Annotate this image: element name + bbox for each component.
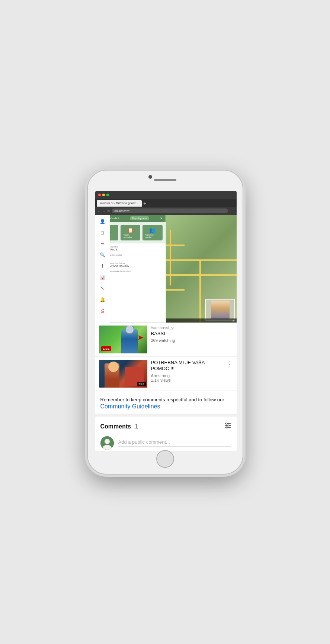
reload-btn[interactable]: ↻ xyxy=(107,209,110,213)
video-head xyxy=(108,362,119,372)
katastar-persons[interactable]: 👥 Upisane osobe xyxy=(142,225,163,240)
katastar-action-btn[interactable]: Kupi isprava xyxy=(130,216,149,220)
katastar-usage-label: Način uporabe xyxy=(124,234,137,238)
new-tab-btn[interactable]: + xyxy=(143,200,146,206)
live-badge: LIVE xyxy=(101,346,112,351)
video-more-btn[interactable]: ⋮ xyxy=(225,360,233,368)
svg-point-4 xyxy=(228,425,230,426)
video-info-2: POTREBNA MI JE VAŠA POMOĆ !!! Armstrong … xyxy=(151,360,222,383)
video-title-2: POTREBNA MI JE VAŠA POMOĆ !!! xyxy=(151,360,222,372)
video-views-2: 1.1K views xyxy=(151,378,222,382)
video-item-live: ➤ LIVE /sac.bassi_yt BASSI 269 watching xyxy=(95,323,237,357)
sidebar-layers-icon[interactable]: ☰ xyxy=(99,240,106,247)
browser-tab-label: katastar.hr - Državna geode... xyxy=(100,201,139,205)
minimize-dot[interactable] xyxy=(102,194,105,196)
sidebar-layer-icon[interactable]: ◻ xyxy=(99,229,106,236)
fullscreen-dot[interactable] xyxy=(106,194,109,196)
phone-speaker xyxy=(154,179,176,181)
current-user-avatar xyxy=(100,436,114,450)
close-dot[interactable] xyxy=(98,194,101,196)
comments-label: Comments xyxy=(100,423,131,430)
svg-point-3 xyxy=(226,423,227,424)
browser-menu-btn[interactable]: ⋮ xyxy=(231,209,234,213)
comments-sort-btn[interactable] xyxy=(224,422,231,431)
browser-traffic-lights xyxy=(95,191,237,199)
video-info-live: /sac.bassi_yt BASSI 269 watching xyxy=(151,326,233,343)
game-character xyxy=(121,329,138,353)
duration-badge: 2:47 xyxy=(137,382,146,386)
notice-text: Remember to keep comments respectful and… xyxy=(100,397,224,402)
comment-input[interactable]: Add a public comment... xyxy=(118,439,231,447)
video-item-2: 2:47 POTREBNA MI JE VAŠA POMOĆ !!! Armst… xyxy=(95,357,237,391)
comments-notice: Remember to keep comments respectful and… xyxy=(95,391,237,417)
map-webcam-inset xyxy=(205,299,235,321)
browser-chrome: katastar.hr - Državna geode... + ← → ↻ k… xyxy=(95,191,237,215)
browser-tab[interactable]: katastar.hr - Državna geode... xyxy=(97,200,142,207)
phone-screen: katastar.hr - Državna geode... + ← → ↻ k… xyxy=(95,191,237,451)
url-bar[interactable]: katastar.hr/hr/ xyxy=(112,208,228,213)
sidebar-search-icon[interactable]: 🔍 xyxy=(99,251,106,259)
user-avatar-icon xyxy=(100,436,114,450)
map-road xyxy=(170,230,171,285)
browser-nav: ← → ↻ katastar.hr/hr/ ⋮ xyxy=(95,207,237,215)
phone-camera xyxy=(148,175,152,179)
watch-count: 269 watching xyxy=(151,338,233,343)
svg-point-5 xyxy=(226,427,228,428)
map-status-icon: ⊕ xyxy=(233,319,234,322)
map-road xyxy=(199,259,201,323)
persons-icon: 👥 xyxy=(149,227,156,233)
arrow-icon: ➤ xyxy=(137,333,144,342)
screen-content[interactable]: katastar.hr - Državna geode... + ← → ↻ k… xyxy=(95,191,237,451)
video-thumbnail-live[interactable]: ➤ LIVE xyxy=(99,326,147,353)
phone-frame: katastar.hr - Državna geode... + ← → ↻ k… xyxy=(87,170,243,475)
back-btn[interactable]: ← xyxy=(97,209,101,213)
character-head xyxy=(125,326,134,334)
katastar-close-btn[interactable]: × xyxy=(160,216,163,220)
comments-title-area: Comments 1 xyxy=(100,423,138,430)
katastar-usage[interactable]: 📋 Način uporabe xyxy=(121,225,140,240)
url-text: katastar.hr/hr/ xyxy=(114,210,130,212)
comments-header: Comments 1 xyxy=(95,417,237,435)
youtube-content: ➤ LIVE /sac.bassi_yt BASSI 269 watching xyxy=(95,323,237,451)
home-button[interactable] xyxy=(156,450,174,468)
sidebar-print-icon[interactable]: 🖨 xyxy=(99,307,106,314)
sidebar-alert-icon[interactable]: 🔔 xyxy=(99,296,106,303)
video-channel-2: Armstrong xyxy=(151,373,222,378)
usage-icon: 📋 xyxy=(127,227,134,233)
channel-name: BASSI xyxy=(151,331,233,337)
map-sidebar: 👤 ◻ ☰ 🔍 ℹ 📊 ⤡ 🔔 🖨 xyxy=(95,215,110,323)
sort-icon xyxy=(224,422,231,429)
community-guidelines-link[interactable]: Community Guidelines xyxy=(100,403,160,410)
sidebar-person-icon[interactable]: 👤 xyxy=(99,218,106,225)
sidebar-info-icon[interactable]: ℹ xyxy=(99,262,106,270)
webcam-person xyxy=(211,301,230,319)
sidebar-chart-icon[interactable]: 📊 xyxy=(99,274,106,281)
channel-partial: /sac.bassi_yt xyxy=(151,326,233,330)
add-comment-row: Add a public comment... xyxy=(95,435,237,451)
svg-point-7 xyxy=(105,439,110,444)
katastar-persons-label: Upisane osobe xyxy=(145,234,160,238)
forward-btn[interactable]: → xyxy=(102,209,106,213)
browser-tab-row: katastar.hr - Državna geode... + xyxy=(95,199,237,207)
comments-count: 1 xyxy=(135,423,138,430)
video-thumbnail-2[interactable]: 2:47 xyxy=(99,360,147,388)
sidebar-expand-icon[interactable]: ⤡ xyxy=(99,285,106,292)
